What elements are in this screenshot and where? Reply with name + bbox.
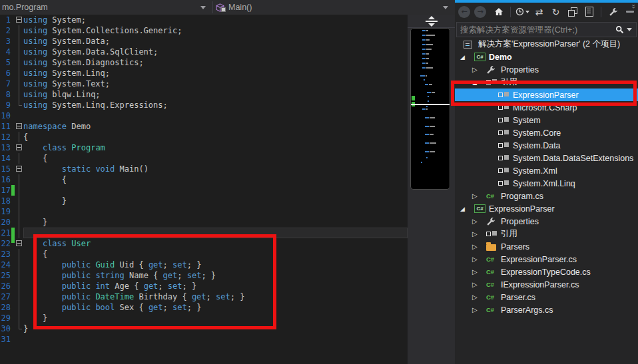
sync-active-document-icon[interactable]: ⇄: [531, 5, 547, 19]
code-line[interactable]: 24 public Guid Uid { get; set; }: [0, 260, 408, 270]
code-line[interactable]: 22 class User: [0, 238, 408, 249]
code-line[interactable]: 5using System.Diagnostics;: [0, 57, 408, 68]
fold-collapse-box-icon[interactable]: [16, 17, 22, 23]
expanded-arrow-icon[interactable]: ◢: [472, 79, 486, 86]
tree-row[interactable]: ▷C#Program.cs: [455, 190, 638, 202]
code-line[interactable]: 2using System.Collections.Generic;: [0, 25, 408, 36]
minimap-code-mark: [422, 108, 426, 110]
tree-row[interactable]: System.Core: [455, 126, 638, 139]
tree-row[interactable]: ◢引用: [455, 76, 638, 89]
refresh-icon[interactable]: ↻: [547, 5, 564, 19]
tree-row[interactable]: ▷Parsers: [455, 240, 638, 253]
code-line[interactable]: 4using System.Data.SqlClient;: [0, 47, 408, 57]
back-icon[interactable]: ←: [458, 6, 470, 18]
code-line[interactable]: 11namespace Demo: [0, 121, 408, 132]
code-line[interactable]: 21: [0, 228, 408, 238]
code-text: public Guid Uid { get; set; }: [23, 260, 408, 270]
expanded-arrow-icon[interactable]: ◢: [460, 54, 474, 61]
toolbar-overflow-icon[interactable]: ››: [630, 4, 637, 9]
code-line[interactable]: 3using System.Data;: [0, 36, 408, 47]
line-number: 30: [0, 323, 11, 334]
search-input[interactable]: [457, 25, 613, 35]
line-number: 19: [0, 206, 11, 217]
code-line[interactable]: 14 {: [0, 153, 408, 164]
collapsed-arrow-icon[interactable]: ▷: [472, 218, 486, 225]
collapsed-arrow-icon[interactable]: ▷: [472, 268, 486, 275]
expanded-arrow-icon[interactable]: ◢: [460, 206, 474, 212]
code-line[interactable]: 7using System.Text;: [0, 79, 408, 89]
tree-row[interactable]: ◢C#ExpressionParser: [455, 202, 638, 215]
tree-row[interactable]: ▷C#ParserArgs.cs: [455, 303, 638, 316]
tree-row[interactable]: ▷引用: [455, 228, 638, 240]
chevron-down-icon[interactable]: [627, 28, 632, 31]
tree-row[interactable]: ◢C#Demo: [455, 51, 638, 63]
change-tracking-margin: [11, 89, 15, 100]
code-line[interactable]: 25 public string Name { get; set; }: [0, 270, 408, 281]
code-line[interactable]: 23 {: [0, 249, 408, 260]
code-line[interactable]: 12{: [0, 132, 408, 142]
code-line[interactable]: 20 }: [0, 217, 408, 228]
pending-changes-filter-icon[interactable]: [514, 5, 531, 19]
tree-row[interactable]: System.Xml: [455, 164, 638, 177]
code-editor[interactable]: 1using System;2using System.Collections.…: [0, 15, 408, 364]
fold-collapse-box-icon[interactable]: [16, 144, 22, 150]
fold-collapse-box-icon[interactable]: [16, 123, 22, 129]
tree-row[interactable]: ▷C#ExpressionParser.cs: [455, 253, 638, 266]
tree-row[interactable]: System.Xml.Linq: [455, 177, 638, 190]
collapsed-arrow-icon[interactable]: ▷: [472, 243, 486, 250]
code-line[interactable]: 18 }: [0, 196, 408, 206]
code-line[interactable]: 16 {: [0, 174, 408, 185]
minimap-viewport-indicator[interactable]: [411, 104, 450, 105]
code-line[interactable]: 29 }: [0, 313, 408, 323]
fold-collapse-box-icon[interactable]: [16, 240, 22, 246]
code-line[interactable]: 27 public DateTime Birthday { get; set; …: [0, 291, 408, 302]
properties-wrench-icon[interactable]: [605, 5, 621, 19]
show-all-files-icon[interactable]: [581, 5, 597, 19]
tree-row[interactable]: Microsoft.CSharp: [455, 101, 638, 114]
tree-row[interactable]: ▷Properties: [455, 215, 638, 228]
collapsed-arrow-icon[interactable]: ▷: [472, 256, 486, 263]
tree-row[interactable]: 解决方案'ExpressionParser' (2 个项目): [455, 38, 638, 51]
tree-row[interactable]: ▷C#Parser.cs: [455, 291, 638, 303]
tree-row[interactable]: ▷C#ExpressionTypeCode.cs: [455, 266, 638, 278]
search-icon[interactable]: [613, 25, 625, 34]
collapsed-arrow-icon[interactable]: ▷: [472, 293, 486, 301]
code-line[interactable]: 8using blqw.Linq;: [0, 89, 408, 100]
change-tracking-margin: [11, 206, 15, 217]
member-dropdown-label: Main(): [228, 3, 439, 12]
code-line[interactable]: 17: [0, 185, 408, 196]
code-line[interactable]: 1using System;: [0, 15, 408, 25]
collapsed-arrow-icon[interactable]: ▷: [472, 306, 486, 313]
tree-row[interactable]: ▷Properties: [455, 63, 638, 76]
code-line[interactable]: 30}: [0, 323, 408, 334]
outlining-margin: [15, 217, 23, 228]
tree-row[interactable]: System.Data.DataSetExtensions: [455, 152, 638, 164]
tree-row[interactable]: ExpressionParser: [455, 89, 638, 101]
minimap-scrollbar[interactable]: [410, 28, 450, 190]
code-line[interactable]: 19: [0, 206, 408, 217]
collapsed-arrow-icon[interactable]: ▷: [472, 230, 486, 238]
code-line[interactable]: 13 class Program: [0, 142, 408, 153]
forward-icon[interactable]: →: [474, 6, 486, 18]
minimap-code-mark: [426, 39, 430, 41]
collapsed-arrow-icon[interactable]: ▷: [472, 281, 486, 288]
code-line[interactable]: 6using System.Linq;: [0, 68, 408, 79]
splitter-handle-icon[interactable]: [408, 15, 455, 28]
code-line[interactable]: 10: [0, 110, 408, 121]
tree-row[interactable]: System.Data: [455, 139, 638, 152]
fold-collapse-box-icon[interactable]: [16, 166, 22, 172]
code-line[interactable]: 9using System.Linq.Expressions;: [0, 100, 408, 110]
home-icon[interactable]: [490, 5, 507, 19]
code-line[interactable]: 26 public int Age { get; set; }: [0, 281, 408, 291]
code-line[interactable]: 28 public bool Sex { get; set; }: [0, 302, 408, 313]
code-line[interactable]: 15 static void Main(): [0, 164, 408, 174]
collapse-all-icon[interactable]: [564, 5, 581, 19]
scope-dropdown[interactable]: mo.Program: [0, 0, 212, 15]
tree-row-label: System.Data: [513, 141, 561, 150]
tree-row[interactable]: System: [455, 114, 638, 126]
collapsed-arrow-icon[interactable]: ▷: [472, 192, 486, 200]
collapsed-arrow-icon[interactable]: ▷: [472, 66, 486, 73]
code-line[interactable]: 31: [0, 334, 408, 345]
tree-row[interactable]: ▷C#IExpressionParser.cs: [455, 278, 638, 291]
member-dropdown[interactable]: Main(): [213, 0, 455, 15]
